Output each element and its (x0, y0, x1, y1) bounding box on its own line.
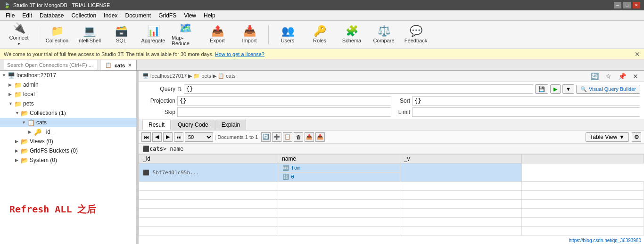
sql-icon: 🗃️ (115, 26, 128, 36)
toolbar-btn-compare[interactable]: ⚖️Compare (369, 23, 399, 47)
query-label: Query (142, 86, 175, 92)
clone-doc-button[interactable]: 📋 (283, 132, 292, 142)
page-last-button[interactable]: ⏭ (174, 132, 183, 142)
toolbar-label-connect: Connect (9, 35, 29, 41)
sidebar-item-collections[interactable]: ▼📂Collections (1) (0, 108, 136, 118)
menu-item-document[interactable]: Document (121, 11, 155, 20)
page-size-select[interactable]: 50 100 200 (185, 132, 213, 142)
tabs-row: 📋 cats ✕ (0, 59, 644, 71)
banner-close-button[interactable]: ✕ (635, 50, 640, 58)
star-button[interactable]: ☆ (603, 72, 613, 81)
menu-item-view[interactable]: View (180, 11, 200, 20)
sort-input[interactable] (412, 96, 640, 106)
result-toolbar-left: ⏮ ◀ ▶ ⏭ 50 100 200 | Documents 1 to 1 🔄 … (141, 132, 325, 142)
tab-cats[interactable]: 📋 cats ✕ (100, 60, 137, 70)
menu-item-edit[interactable]: Edit (18, 11, 36, 20)
sidebar-item-localhost[interactable]: ▼🖥️localhost:27017 (0, 71, 136, 80)
breadcrumb-server: localhost:27017 (150, 73, 188, 79)
sidebar-item-local[interactable]: ▶📁local (0, 89, 136, 99)
add-doc-button[interactable]: ➕ (272, 132, 281, 142)
menu-item-index[interactable]: Index (100, 11, 121, 20)
toolbar-separator (268, 25, 269, 44)
sidebar-item-pets[interactable]: ▼📁pets (0, 99, 136, 108)
search-connections-input[interactable] (4, 60, 98, 70)
sidebar-item-cats[interactable]: ▼📋cats (0, 118, 136, 127)
run-dropdown-button[interactable]: ▼ (562, 84, 574, 94)
sidebar-item-system[interactable]: ▶📂System (0) (0, 155, 136, 165)
visual-query-button[interactable]: 🔍 Visual Query Builder (576, 85, 640, 94)
sidebar-item-views[interactable]: ▶📂Views (0) (0, 137, 136, 146)
tab-icon: 📋 (105, 62, 112, 68)
table-header-row: _id name _v (139, 155, 644, 163)
query-main: Query ⇅ (142, 84, 533, 94)
toolbar-btn-schema[interactable]: 🧩Schema (337, 23, 367, 47)
toolbar-btn-sql[interactable]: 🗃️SQL (106, 23, 136, 47)
toolbar-btn-aggregate[interactable]: 📊Aggregate (138, 23, 168, 47)
license-link[interactable]: How to get a license? (215, 51, 264, 57)
table-row-empty (139, 209, 644, 218)
col-empty (522, 155, 644, 163)
sidebar-item-gridfs[interactable]: ▶📂GridFS Buckets (0) (0, 146, 136, 155)
num-icon: 🔢 (282, 174, 289, 180)
projection-half: Projection (142, 96, 391, 106)
toolbar-btn-roles[interactable]: 🔑Roles (305, 23, 335, 47)
run-button[interactable]: ▶ (550, 84, 561, 94)
close-button[interactable]: ✕ (633, 2, 640, 8)
tree-node-icon: 📋 (27, 119, 35, 126)
result-toolbar-right: Table View ▼ ⚙ (586, 132, 641, 142)
maximize-button[interactable]: □ (623, 2, 631, 8)
menu-item-database[interactable]: Database (36, 11, 67, 20)
menu-item-gridfs[interactable]: GridFS (155, 11, 180, 20)
sidebar-item-admin[interactable]: ▶📁admin (0, 80, 136, 89)
page-next-button[interactable]: ▶ (163, 132, 173, 142)
str-icon: 🔤 (282, 165, 289, 171)
breadcrumb-collection: cats (226, 73, 235, 79)
page-first-button[interactable]: ⏮ (141, 132, 151, 142)
projection-input[interactable] (177, 96, 391, 106)
menu-item-file[interactable]: File (2, 11, 18, 20)
table-row[interactable]: ⬛ 5bf7e401c95b... 🔤 Tom 🔢 0 (139, 163, 644, 182)
toolbar-btn-users[interactable]: 👥Users (272, 23, 303, 47)
result-tab-query-code[interactable]: Query Code (172, 120, 215, 130)
toolbar-btn-import[interactable]: 📥Import (234, 23, 264, 47)
delete-doc-button[interactable]: 🗑 (294, 132, 303, 142)
main-area: ▼🖥️localhost:27017▶📁admin▶📁local▼📁pets▼📂… (0, 71, 644, 244)
minimize-button[interactable]: ─ (614, 2, 621, 8)
toolbar-btn-feedback[interactable]: 💬Feedback (401, 23, 431, 47)
tree-node-label: GridFS Buckets (0) (30, 147, 78, 154)
toolbar-btn-export[interactable]: 📤Export (202, 23, 232, 47)
cell-v: 🔢 0 (278, 172, 400, 181)
table-row-empty (139, 227, 644, 236)
refresh-docs-button[interactable]: 🔄 (261, 132, 271, 142)
sidebar-item-_id_[interactable]: ▶🔑_id_ (0, 127, 136, 137)
toolbar-label-sql: SQL (116, 38, 126, 43)
result-collection-name: cats (149, 146, 163, 152)
tab-close-button[interactable]: ✕ (128, 63, 132, 68)
titlebar-left: 🍃 Studio 3T for MongoDB - TRIAL LICENSE (4, 2, 110, 8)
refresh-button[interactable]: 🔄 (589, 72, 601, 81)
import-doc-button[interactable]: 📥 (315, 132, 325, 142)
menu-item-help[interactable]: Help (200, 11, 219, 20)
menu-item-collection[interactable]: Collection (67, 11, 100, 20)
skip-input[interactable] (177, 107, 391, 117)
result-tab-explain[interactable]: Explain (215, 120, 246, 130)
settings-button[interactable]: ⚙ (632, 132, 641, 142)
result-tab-result[interactable]: Result (142, 120, 171, 130)
pin-button[interactable]: 📌 (616, 72, 628, 81)
export-doc-button[interactable]: 📤 (305, 132, 314, 142)
limit-half: Limit (391, 107, 640, 117)
toolbar-btn-map-reduce[interactable]: 🗺️Map-Reduce (170, 23, 200, 47)
magnify-icon: 🔍 (580, 86, 587, 92)
save-query-button[interactable]: 💾 (535, 84, 548, 94)
page-prev-button[interactable]: ◀ (152, 132, 162, 142)
limit-input[interactable] (412, 107, 640, 117)
query-input[interactable] (184, 84, 533, 94)
toolbar-btn-connect[interactable]: 🔌Connect▼ (4, 23, 34, 47)
more-button[interactable]: ✕ (631, 72, 640, 81)
projection-sort-row: Projection Sort (142, 96, 640, 106)
toolbar-btn-intellishell[interactable]: 💻IntelliShell (74, 23, 104, 47)
visual-query-label: Visual Query Builder (589, 86, 636, 92)
table-view-button[interactable]: Table View ▼ (586, 132, 629, 142)
tab-label: cats (115, 63, 125, 68)
toolbar-btn-collection[interactable]: 📁Collection (42, 23, 72, 47)
